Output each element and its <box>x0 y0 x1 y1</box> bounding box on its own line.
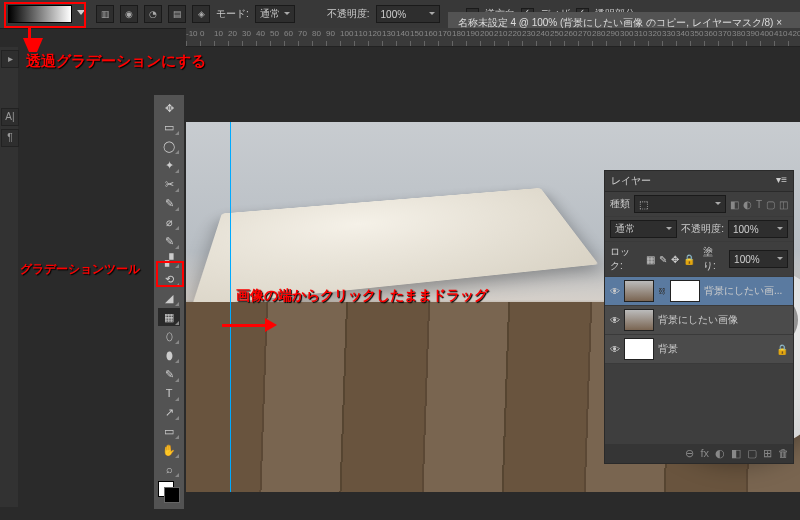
magic-wand-tool-icon[interactable]: ✦ <box>158 156 180 174</box>
color-swatches[interactable] <box>158 481 180 503</box>
reflected-gradient-icon[interactable]: ▤ <box>168 5 186 23</box>
blend-mode-select[interactable]: 通常 <box>610 220 677 238</box>
filter-shape-icon[interactable]: ▢ <box>766 199 775 210</box>
collapse-icon[interactable]: ▸ <box>1 50 19 68</box>
move-tool-icon[interactable]: ✥ <box>158 99 180 117</box>
eraser-tool-icon[interactable]: ◢ <box>158 289 180 307</box>
lock-pos-icon[interactable]: ✥ <box>671 254 679 265</box>
angle-gradient-icon[interactable]: ◔ <box>144 5 162 23</box>
visibility-icon[interactable]: 👁 <box>610 315 620 326</box>
path-select-tool-icon[interactable]: ↗ <box>158 403 180 421</box>
panel-menu-icon[interactable]: ▾≡ <box>776 174 787 188</box>
layers-empty-area <box>605 364 793 444</box>
trash-icon[interactable]: 🗑 <box>778 447 789 460</box>
shape-tool-icon[interactable]: ▭ <box>158 422 180 440</box>
filter-kind-select[interactable]: ⬚ <box>634 195 726 213</box>
radial-gradient-icon[interactable]: ◉ <box>120 5 138 23</box>
mask-thumb[interactable] <box>670 280 700 302</box>
layers-panel: レイヤー▾≡ 種類 ⬚ ◧ ◐ T ▢ ◫ 通常 不透明度: 100% ロック:… <box>604 170 794 464</box>
gradient-preset-thumb[interactable] <box>8 5 72 23</box>
group-icon[interactable]: ▢ <box>747 447 757 460</box>
filter-smart-icon[interactable]: ◫ <box>779 199 788 210</box>
eyedropper-tool-icon[interactable]: ✎ <box>158 194 180 212</box>
fill-field[interactable]: 100% <box>729 250 788 268</box>
opacity-field[interactable]: 100% <box>376 5 440 23</box>
blur-tool-icon[interactable]: ⬯ <box>158 327 180 345</box>
hand-tool-icon[interactable]: ✋ <box>158 441 180 459</box>
layer-row[interactable]: 👁 ⛓ 背景にしたい画... <box>605 277 793 306</box>
layers-footer: ⊖ fx ◐ ◧ ▢ ⊞ 🗑 <box>605 444 793 463</box>
filter-kind-label: 種類 <box>610 197 630 211</box>
layer-opacity-field[interactable]: 100% <box>728 220 788 238</box>
lock-label: ロック: <box>610 245 642 273</box>
annotation-text-left: グラデーションツール <box>20 261 140 278</box>
lasso-tool-icon[interactable]: ◯ <box>158 137 180 155</box>
dodge-tool-icon[interactable]: ⬮ <box>158 346 180 364</box>
layer-thumb[interactable] <box>624 280 654 302</box>
opacity-label: 不透明度: <box>327 7 370 21</box>
layer-name[interactable]: 背景にしたい画... <box>704 284 782 298</box>
brush-tool-icon[interactable]: ✎ <box>158 232 180 250</box>
annotation-arrow-right <box>222 324 272 327</box>
layer-opacity-label: 不透明度: <box>681 222 724 236</box>
zoom-tool-icon[interactable]: ⌕ <box>158 460 180 478</box>
stamp-tool-icon[interactable]: ▞ <box>158 251 180 269</box>
fill-label: 塗り: <box>703 245 725 273</box>
diamond-gradient-icon[interactable]: ◈ <box>192 5 210 23</box>
annotation-text-center: 画像の端からクリックしたままドラッグ <box>236 287 488 305</box>
type-tool-icon[interactable]: T <box>158 384 180 402</box>
layer-name[interactable]: 背景にしたい画像 <box>658 313 738 327</box>
pen-tool-icon[interactable]: ✎ <box>158 365 180 383</box>
annotation-text-top: 透過グラデーションにする <box>26 52 206 71</box>
visibility-icon[interactable]: 👁 <box>610 286 620 297</box>
layer-row[interactable]: 👁 背景にしたい画像 <box>605 306 793 335</box>
layer-row[interactable]: 👁 背景 🔒 <box>605 335 793 364</box>
marquee-tool-icon[interactable]: ▭ <box>158 118 180 136</box>
layer-fx-icon[interactable]: fx <box>700 447 709 460</box>
character-panel-icon[interactable]: A| <box>1 108 19 126</box>
mode-label: モード: <box>216 7 249 21</box>
link-layers-icon[interactable]: ⊖ <box>685 447 694 460</box>
linear-gradient-icon[interactable]: ▥ <box>96 5 114 23</box>
lock-trans-icon[interactable]: ▦ <box>646 254 655 265</box>
adjustment-layer-icon[interactable]: ◧ <box>731 447 741 460</box>
panel-dock-left: ▸ A| ¶ <box>0 47 18 507</box>
add-mask-icon[interactable]: ◐ <box>715 447 725 460</box>
paragraph-panel-icon[interactable]: ¶ <box>1 129 19 147</box>
filter-pixel-icon[interactable]: ◧ <box>730 199 739 210</box>
blend-mode-select[interactable]: 通常 <box>255 5 295 23</box>
visibility-icon[interactable]: 👁 <box>610 344 620 355</box>
guide-line[interactable] <box>230 122 231 492</box>
lock-pixel-icon[interactable]: ✎ <box>659 254 667 265</box>
filter-type-icon[interactable]: T <box>756 199 762 210</box>
filter-adjust-icon[interactable]: ◐ <box>743 199 752 210</box>
layers-panel-title: レイヤー <box>611 174 651 188</box>
lock-all-icon[interactable]: 🔒 <box>683 254 695 265</box>
new-layer-icon[interactable]: ⊞ <box>763 447 772 460</box>
gradient-tool-icon[interactable]: ▦ <box>158 308 180 326</box>
ruler-horizontal: -100102030405060708090100110120130140150… <box>186 28 800 47</box>
history-brush-tool-icon[interactable]: ⟲ <box>158 270 180 288</box>
layer-thumb[interactable] <box>624 338 654 360</box>
crop-tool-icon[interactable]: ✂ <box>158 175 180 193</box>
healing-tool-icon[interactable]: ⌀ <box>158 213 180 231</box>
layer-name[interactable]: 背景 <box>658 342 678 356</box>
tools-panel: ✥ ▭ ◯ ✦ ✂ ✎ ⌀ ✎ ▞ ⟲ ◢ ▦ ⬯ ⬮ ✎ T ↗ ▭ ✋ ⌕ <box>153 94 185 510</box>
link-icon: ⛓ <box>658 287 666 296</box>
lock-icon: 🔒 <box>776 344 788 355</box>
annotation-arrow-down <box>23 38 43 52</box>
layer-thumb[interactable] <box>624 309 654 331</box>
